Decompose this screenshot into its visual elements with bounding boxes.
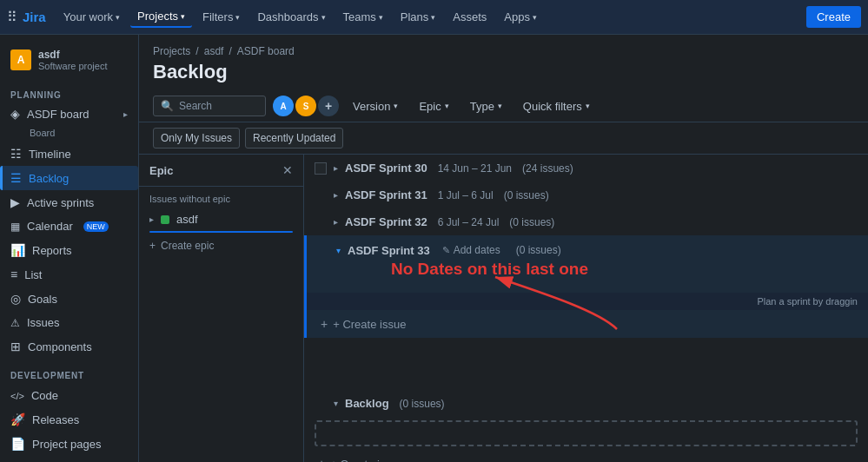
chevron-down-icon: ▾ [334, 399, 338, 408]
content-area: Projects / asdf / ASDF board Backlog 🔍 A… [139, 35, 868, 462]
epic-panel: Epic ✕ Issues without epic ▸ asdf + Crea… [139, 155, 304, 462]
sidebar-item-goals[interactable]: ◎ Goals [0, 287, 138, 311]
chevron-icon: ▾ [533, 13, 537, 22]
nav-your-work[interactable]: Your work ▾ [56, 7, 127, 27]
sidebar-item-asdf-board[interactable]: ◈ ASDF board ▸ Board [0, 103, 138, 142]
page-title: Backlog [153, 61, 854, 83]
sidebar-item-timeline[interactable]: ☷ Timeline [0, 142, 138, 166]
plus-icon: + [321, 317, 328, 331]
jira-logo-text: Jira [23, 10, 46, 24]
chevron-down-icon: ▾ [586, 102, 590, 110]
quick-filters[interactable]: Quick filters ▾ [516, 96, 597, 116]
code-label: Code [31, 389, 58, 402]
sidebar-item-project-pages[interactable]: 📄 Project pages [0, 432, 138, 456]
sprint-row-30[interactable]: ▸ ASDF Sprint 30 14 Jun – 21 Jun (24 iss… [304, 155, 868, 182]
chevron-icon: ▾ [181, 12, 185, 21]
sprint-33-empty-area [304, 265, 868, 293]
nav-teams[interactable]: Teams ▾ [336, 7, 390, 27]
project-type: Software project [38, 61, 107, 71]
sprint-row-33[interactable]: ▾ ASDF Sprint 33 ✎ Add dates (0 issues) [304, 235, 868, 265]
backlog-section: ▾ Backlog (0 issues) + + Create issue [304, 390, 868, 462]
sidebar-item-calendar[interactable]: ▦ Calendar NEW [0, 214, 138, 238]
quick-filter-bar: Only My Issues Recently Updated [139, 122, 868, 155]
close-icon[interactable]: ✕ [282, 163, 293, 177]
sprint-30-name: ASDF Sprint 30 [345, 162, 427, 175]
avatar-group: A S + [273, 96, 339, 116]
epic-color-indicator [161, 215, 169, 224]
epic-name: asdf [176, 213, 198, 226]
search-input[interactable] [179, 100, 248, 112]
sprint-row-32[interactable]: ▸ ASDF Sprint 32 6 Jul – 24 Jul (0 issue… [304, 208, 868, 235]
create-epic-button[interactable]: + Create epic [139, 233, 303, 259]
breadcrumb: Projects / asdf / ASDF board [153, 45, 854, 57]
sidebar-item-backlog[interactable]: ☰ Backlog [0, 166, 138, 190]
top-nav: ⠿ Jira Your work ▾ Projects ▾ Filters ▾ … [0, 0, 868, 35]
only-my-issues-btn[interactable]: Only My Issues [153, 128, 240, 148]
epic-filter[interactable]: Epic ▾ [412, 96, 455, 116]
sidebar-item-reports[interactable]: 📊 Reports [0, 238, 138, 262]
backlog-icon: ☰ [10, 171, 22, 185]
breadcrumb-projects[interactable]: Projects [153, 45, 190, 57]
type-filter[interactable]: Type ▾ [463, 96, 509, 116]
project-name: asdf [38, 49, 107, 61]
epic-item-asdf[interactable]: ▸ asdf [139, 208, 303, 231]
nav-apps[interactable]: Apps ▾ [497, 7, 544, 27]
issues-icon: ⚠ [10, 317, 20, 329]
issues-without-epic-label: Issues without epic [139, 187, 303, 208]
sprint-31-name: ASDF Sprint 31 [345, 188, 427, 201]
sprint-row-31[interactable]: ▸ ASDF Sprint 31 1 Jul – 6 Jul (0 issues… [304, 182, 868, 208]
avatar-2[interactable]: S [295, 96, 316, 116]
timeline-label: Timeline [29, 148, 71, 161]
releases-icon: 🚀 [10, 412, 25, 426]
version-filter[interactable]: Version ▾ [346, 96, 405, 116]
chevron-icon: ▾ [321, 13, 326, 22]
sprint-30-checkbox[interactable] [315, 162, 327, 175]
create-issue-backlog[interactable]: + + Create issue [304, 450, 868, 462]
nav-projects[interactable]: Projects ▾ [130, 6, 192, 28]
backlog-issues-count: (0 issues) [400, 398, 445, 410]
components-icon: ⊞ [10, 340, 21, 353]
add-dates-button[interactable]: ✎ Add dates [437, 242, 506, 258]
breadcrumb-board[interactable]: ASDF board [237, 45, 295, 57]
nav-assets[interactable]: Assets [446, 7, 494, 27]
pages-icon: 📄 [10, 437, 25, 451]
sidebar-item-code[interactable]: </> Code [0, 384, 138, 407]
nav-dashboards[interactable]: Dashboards ▾ [250, 7, 332, 27]
nav-plans[interactable]: Plans ▾ [394, 7, 443, 27]
calendar-icon: ▦ [10, 221, 20, 233]
chevron-right-icon: ▸ [149, 214, 154, 224]
sidebar-asdf-board-label: ASDF board [27, 108, 89, 121]
sidebar-item-list[interactable]: ≡ List [0, 262, 138, 287]
sidebar-item-components[interactable]: ⊞ Components [0, 334, 138, 359]
grid-icon: ⠿ [7, 9, 17, 25]
backlog-section-row[interactable]: ▾ Backlog (0 issues) [304, 390, 868, 417]
add-avatar-button[interactable]: + [318, 96, 339, 116]
sidebar: A asdf Software project PLANNING ◈ ASDF … [0, 35, 139, 462]
create-issue-sprint33[interactable]: + + Create issue [304, 310, 868, 338]
backlog-empty-drop-zone [315, 420, 858, 446]
sidebar-item-active-sprints[interactable]: ▶ Active sprints [0, 190, 138, 214]
sidebar-item-issues[interactable]: ⚠ Issues [0, 311, 138, 334]
sprint-33-name: ASDF Sprint 33 [348, 244, 430, 257]
plan-hint: Plan a sprint by draggin [304, 293, 868, 310]
components-label: Components [28, 340, 92, 353]
search-box[interactable]: 🔍 [153, 96, 266, 116]
recently-updated-btn[interactable]: Recently Updated [245, 128, 343, 148]
board-icon: ◈ [10, 107, 20, 121]
sidebar-item-releases[interactable]: 🚀 Releases [0, 407, 138, 432]
project-icon: A [10, 50, 31, 70]
content-header: Projects / asdf / ASDF board Backlog [139, 35, 868, 90]
sprint-32-dates: 6 Jul – 24 Jul [438, 216, 500, 228]
chevron-down-icon: ▾ [445, 102, 449, 110]
chevron-down-icon: ▾ [394, 102, 398, 110]
chevron-down-icon: ▾ [498, 102, 502, 110]
create-button[interactable]: Create [806, 6, 861, 28]
search-icon: 🔍 [161, 100, 174, 112]
project-info: A asdf Software project [0, 42, 138, 78]
chevron-icon: ▾ [431, 13, 435, 22]
epic-panel-header: Epic ✕ [139, 155, 303, 187]
nav-filters[interactable]: Filters ▾ [195, 7, 247, 27]
breadcrumb-project[interactable]: asdf [204, 45, 224, 57]
reports-icon: 📊 [10, 243, 25, 257]
avatar-1[interactable]: A [273, 96, 294, 116]
